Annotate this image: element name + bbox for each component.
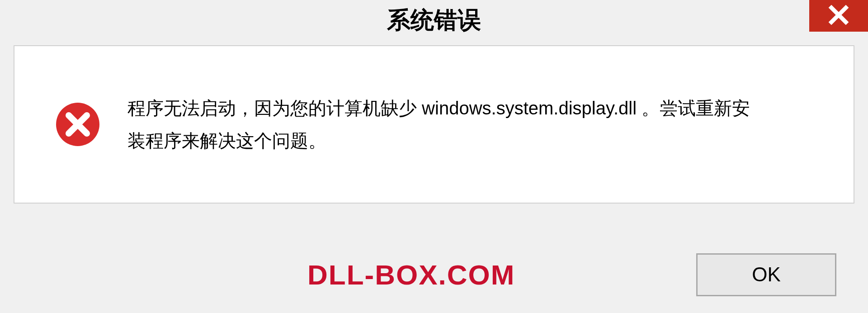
error-message: 程序无法启动，因为您的计算机缺少 windows.system.display.… (127, 92, 760, 157)
titlebar: 系统错误 (0, 0, 868, 41)
error-icon (55, 102, 100, 147)
dialog-title: 系统错误 (387, 5, 481, 36)
watermark-text: DLL-BOX.COM (307, 259, 515, 291)
close-button[interactable] (809, 0, 868, 32)
content-panel: 程序无法启动，因为您的计算机缺少 windows.system.display.… (14, 45, 854, 204)
close-icon (828, 4, 849, 28)
ok-button[interactable]: OK (696, 253, 836, 296)
ok-button-label: OK (752, 263, 781, 286)
dialog-footer: DLL-BOX.COM OK (14, 245, 854, 304)
